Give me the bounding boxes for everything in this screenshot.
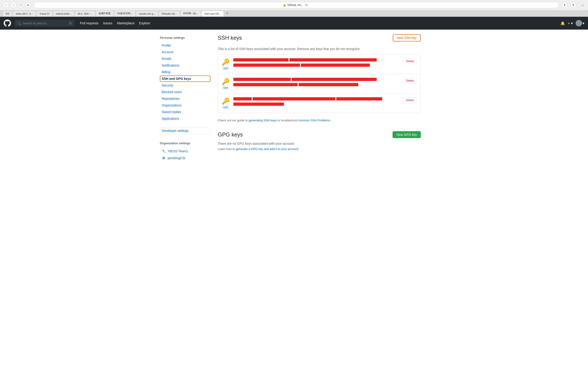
browser-tab-shihs[interactable]: shihs (M.C. S... <box>13 11 36 17</box>
browser-tab-git[interactable]: Git版本控制... <box>114 10 136 17</box>
sidebar-item-emails[interactable]: Emails <box>160 56 210 62</box>
sidebar-item-organizations[interactable]: Organizations <box>160 102 210 108</box>
personal-settings-title: Personal settings <box>160 34 210 41</box>
browser-chrome: ‹ › ☐ ★ 🔒 GitHub, Inc. ↻ ⬇ ⬆ ⬜ RS shihs … <box>0 0 588 17</box>
key-icon-2: 🔑 <box>222 78 230 85</box>
lock-icon: 🔒 <box>283 3 286 7</box>
developer-settings-link[interactable]: Developer settings <box>160 127 210 134</box>
generating-ssh-keys-link[interactable]: generating SSH keys <box>249 119 277 122</box>
nav-explore[interactable]: Explore <box>139 21 150 25</box>
back-button[interactable]: ‹ <box>3 2 9 8</box>
browser-tab-mcshih[interactable]: M.C. Shih '... <box>75 11 95 17</box>
ssh-page-header: SSH keys New SSH key <box>218 34 421 42</box>
nav-links: Pull requests Issues Marketplace Explore <box>80 21 150 25</box>
ssh-key-item-3: 🔑 SSH Delete <box>218 94 421 113</box>
delete-ssh-key-1-button[interactable]: Delete <box>403 58 417 64</box>
forward-button[interactable]: › <box>10 2 17 8</box>
sidebar-item-billing[interactable]: Billing <box>160 69 210 75</box>
github-logo <box>4 19 11 27</box>
key-icon-wrap-3: 🔑 SSH <box>222 97 230 109</box>
gpg-section-header: GPG keys New GPG key <box>218 131 421 138</box>
main-content: SSH keys New SSH key This is a list of S… <box>210 34 428 167</box>
common-ssh-problems-link[interactable]: common SSH Problems <box>298 119 330 122</box>
bookmark-button[interactable]: ★ <box>25 2 31 8</box>
gpg-section-title: GPG keys <box>218 131 243 138</box>
key-redacted-name-3 <box>233 97 252 100</box>
delete-ssh-key-3-button[interactable]: Delete <box>403 97 417 103</box>
key-redacted-added-1 <box>233 64 300 67</box>
user-menu[interactable]: ▾ <box>576 20 584 26</box>
personal-settings-section: Personal settings Profile Account Emails… <box>160 34 210 122</box>
sidebar-item-blocked-users[interactable]: Blocked users <box>160 89 210 95</box>
browser-tab-rstudio-git[interactable]: RStudio Git... <box>159 11 180 17</box>
sidebar-item-saved-replies[interactable]: Saved replies <box>160 109 210 115</box>
user-avatar <box>576 20 582 26</box>
gpg-empty-message: There are no GPG keys associated with yo… <box>218 142 421 145</box>
key-redacted-used-1 <box>301 64 370 67</box>
key-details-3 <box>233 97 399 108</box>
nav-pull-requests[interactable]: Pull requests <box>80 21 99 25</box>
ssh-section-title: SSH keys <box>218 35 242 41</box>
fullscreen-button[interactable]: ⬜ <box>579 2 585 8</box>
browser-address-text: GitHub, Inc. <box>288 3 302 7</box>
key-redacted-fingerprint-2 <box>292 78 377 81</box>
ssh-keys-list: 🔑 SSH Delete 🔑 SSH <box>218 54 421 113</box>
sidebar-item-repositories[interactable]: Repositories <box>160 95 210 102</box>
sidebar-item-account[interactable]: Account <box>160 49 210 55</box>
nav-marketplace[interactable]: Marketplace <box>117 21 134 25</box>
browser-tab-rs[interactable]: RS <box>3 11 12 17</box>
ssh-badge-1: SSH <box>222 67 229 70</box>
key-icon-wrap-2: 🔑 SSH <box>222 78 230 90</box>
sidebar-org-pershing[interactable]: 🏛 pershingCSI <box>160 155 210 161</box>
search-slash-key: / <box>69 22 72 25</box>
search-icon <box>17 21 21 25</box>
delete-ssh-key-2-button[interactable]: Delete <box>403 78 417 84</box>
page-layout: Personal settings Profile Account Emails… <box>156 30 432 172</box>
key-redacted-added-2 <box>233 83 298 86</box>
nav-right: 🔔 + ▾ ▾ <box>561 20 584 26</box>
gpg-learn-text: Learn how to generate a GPG key and add … <box>218 147 421 151</box>
search-bar[interactable]: / <box>15 20 74 26</box>
browser-tab-kexue[interactable]: 科学网—如... <box>180 10 201 17</box>
browser-tab-rstudio-ssh[interactable]: rstudio ssh g... <box>136 11 158 17</box>
org-icon-yb102: 🔧 <box>162 149 166 153</box>
sidebar-item-applications[interactable]: Applications <box>160 115 210 122</box>
key-icon-3: 🔑 <box>222 97 230 105</box>
new-tab-button[interactable]: + <box>224 10 231 17</box>
key-actions-1: Delete <box>403 58 417 64</box>
generate-gpg-key-link[interactable]: generate a GPG key and add it to your ac… <box>236 147 298 151</box>
search-input[interactable] <box>23 22 67 25</box>
sidebar-item-notifications[interactable]: Notifications <box>160 62 210 69</box>
nav-issues[interactable]: Issues <box>103 21 112 25</box>
organization-settings-section: Organization settings 🔧 YB102-Team1 🏛 pe… <box>160 140 210 161</box>
new-gpg-key-button[interactable]: New GPG key <box>393 131 421 138</box>
new-ssh-key-button[interactable]: New SSH key <box>393 34 421 42</box>
org-label-pershing: pershingCSI <box>168 156 185 160</box>
sidebar-item-profile[interactable]: Profile <box>160 42 210 49</box>
org-icon-pershing: 🏛 <box>162 156 166 160</box>
ssh-key-item-1: 🔑 SSH Delete <box>218 55 421 74</box>
key-redacted-used-3 <box>233 102 284 106</box>
ssh-section-footer: Check out our guide to generating SSH ke… <box>218 119 421 122</box>
organization-settings-title: Organization settings <box>160 140 210 147</box>
sidebar-item-security[interactable]: Security <box>160 82 210 89</box>
window-mode-button[interactable]: ☐ <box>17 2 24 8</box>
sidebar-org-yb102[interactable]: 🔧 YB102-Team1 <box>160 148 210 155</box>
ssh-key-item-2: 🔑 SSH Delete <box>218 74 421 94</box>
ssh-badge-2: SSH <box>222 86 229 90</box>
sidebar-item-ssh-gpg-keys[interactable]: SSH and GPG keys <box>160 75 210 82</box>
new-item-button[interactable]: + ▾ <box>568 21 573 25</box>
reload-button[interactable]: ↻ <box>303 2 310 8</box>
browser-tab-ssh-gpg[interactable]: SSH and GP... <box>201 11 224 17</box>
github-navbar: / Pull requests Issues Marketplace Explo… <box>0 17 588 30</box>
org-label-yb102: YB102-Team1 <box>168 149 188 153</box>
key-redacted-used-2 <box>299 83 358 86</box>
browser-tab-rproject[interactable]: 創建R專案 <box>96 10 114 17</box>
share-button[interactable]: ⬆ <box>570 2 577 8</box>
browser-tab-travis[interactable]: Travis CI <box>36 11 52 17</box>
browser-tab-liuad[interactable]: shihs/LiUAd... <box>53 11 74 17</box>
notifications-bell[interactable]: 🔔 <box>561 21 565 25</box>
download-button[interactable]: ⬇ <box>561 2 568 8</box>
browser-address-bar[interactable]: 🔒 GitHub, Inc. ↻ <box>34 2 559 8</box>
key-redacted-name-1 <box>233 58 288 61</box>
